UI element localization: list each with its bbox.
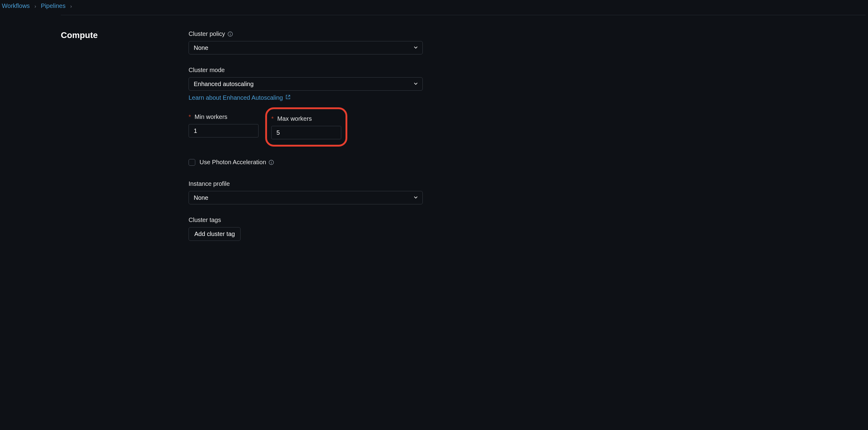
cluster-mode-select[interactable]: Enhanced autoscaling [189,77,423,91]
external-link-icon [285,94,291,101]
min-workers-input[interactable] [189,124,258,137]
cluster-mode-label: Cluster mode [189,67,225,73]
cluster-policy-select[interactable]: None [189,41,423,55]
chevron-down-icon [413,194,418,201]
instance-profile-select[interactable]: None [189,191,423,204]
chevron-right-icon: › [70,4,72,9]
add-cluster-tag-button[interactable]: Add cluster tag [189,227,241,241]
required-mark: * [189,114,191,120]
section-sidebar: Compute [61,30,189,253]
cluster-mode-field: Cluster mode Enhanced autoscaling Learn … [189,67,423,101]
cluster-tags-field: Cluster tags Add cluster tag [189,217,423,241]
chevron-down-icon [413,81,418,88]
cluster-mode-value: Enhanced autoscaling [194,81,254,88]
breadcrumb: Workflows › Pipelines › [0,0,868,15]
instance-profile-value: None [194,194,208,201]
enhanced-autoscaling-link[interactable]: Learn about Enhanced Autoscaling [189,94,291,101]
workers-row: * Min workers * Max workers [189,114,423,147]
section-title: Compute [61,30,189,40]
link-text: Learn about Enhanced Autoscaling [189,94,283,101]
required-mark: * [271,115,274,122]
breadcrumb-workflows[interactable]: Workflows [2,2,30,9]
max-workers-input[interactable] [271,126,341,139]
photon-label: Use Photon Acceleration [199,159,266,166]
info-icon[interactable] [227,31,233,37]
min-workers-field: * Min workers [189,114,258,147]
chevron-down-icon [413,44,418,52]
max-workers-highlight: * Max workers [265,108,347,147]
cluster-policy-label: Cluster policy [189,30,225,37]
cluster-tags-label: Cluster tags [189,217,221,223]
info-icon[interactable] [269,160,274,165]
photon-checkbox[interactable] [189,159,195,166]
max-workers-label: Max workers [277,115,312,122]
cluster-policy-value: None [194,44,208,52]
max-workers-field: * Max workers [271,114,341,139]
instance-profile-label: Instance profile [189,180,230,187]
cluster-policy-field: Cluster policy None [189,30,423,55]
chevron-right-icon: › [34,4,36,9]
content-area: Compute Cluster policy None [61,15,866,253]
min-workers-label: Min workers [195,114,227,120]
instance-profile-field: Instance profile None [189,180,423,204]
form-area: Cluster policy None Cluster mode [189,30,423,253]
breadcrumb-pipelines[interactable]: Pipelines [41,2,65,9]
photon-field: Use Photon Acceleration [189,159,423,166]
